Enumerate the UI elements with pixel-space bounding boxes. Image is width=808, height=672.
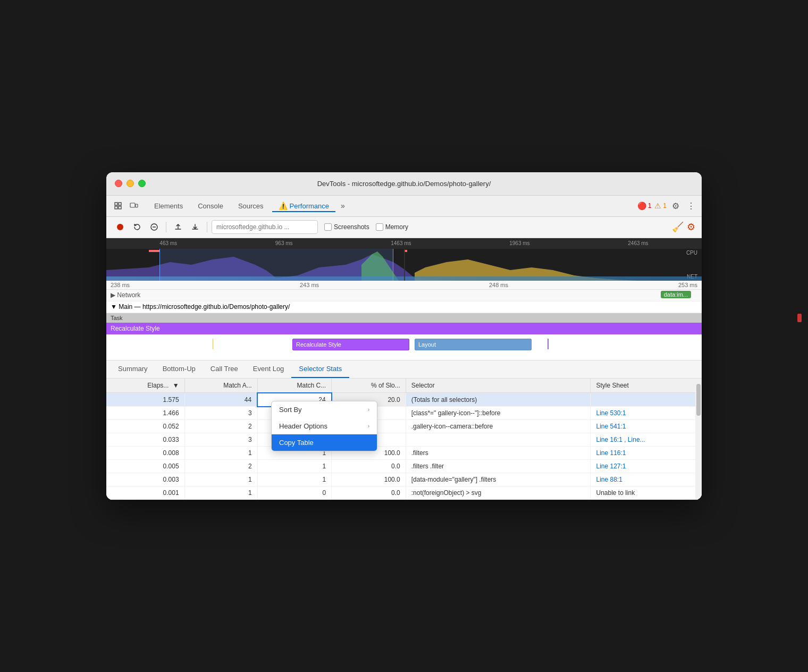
cell-stylesheet-3: Line 16:1 , Line... [591,433,702,447]
stylesheet-link-2[interactable]: Line 541:1 [596,423,626,430]
cpu-label: CPU [686,250,697,256]
tab-event-log[interactable]: Event Log [246,360,292,378]
close-button[interactable] [115,180,122,187]
ruler-mark-5: 2463 ms [628,240,648,246]
tab-more[interactable]: » [338,199,348,212]
bottom-panel: Summary Bottom-Up Call Tree Event Log Se… [106,360,702,500]
clear-recordings-icon[interactable]: 🧹 [672,221,684,233]
minimize-button[interactable] [127,180,134,187]
ruler-mark-4: 1963 ms [509,240,529,246]
error-badge: 🔴 1 [637,201,652,210]
sort-arrow-icon: ▼ [173,382,179,389]
cell-match-a-2: 2 [184,420,257,433]
inspect-icon[interactable] [111,198,125,213]
performance-warning-icon: ⚠️ [279,201,288,210]
clear-button[interactable] [147,220,162,234]
cell-elapsed-4: 0.008 [106,447,184,460]
col-stylesheet[interactable]: Style Sheet [591,379,702,393]
memory-checkbox-box[interactable] [376,223,383,231]
stylesheet-link-6[interactable]: Line 88:1 [596,476,622,483]
tab-summary[interactable]: Summary [111,360,155,378]
tab-right-icons: 🔴 1 ⚠ 1 ⚙ ⋮ [637,200,697,212]
record-button[interactable] [113,220,128,234]
svg-rect-4 [130,203,135,207]
col-pct[interactable]: % of Slo... [332,379,406,393]
selector-stats-table: Elaps... ▼ Match A... Match C... % of Sl… [106,379,702,500]
stylesheet-link-1[interactable]: Line 530:1 [596,409,626,417]
screenshots-checkbox-box[interactable] [324,223,332,231]
svg-rect-0 [115,203,117,205]
svg-rect-3 [119,206,121,209]
table-row: 0.005 2 1 0.0 .filters .filter Line 127:… [106,460,702,473]
tab-console[interactable]: Console [191,200,230,212]
cell-elapsed-1: 1.466 [106,407,184,420]
cell-match-a-5: 2 [184,460,257,473]
context-menu: Sort By › Header Options › Copy Table [271,401,377,451]
context-menu-header-options[interactable]: Header Options › [272,418,377,434]
scrollbar-thumb[interactable] [696,384,701,416]
layout-block[interactable]: Layout [415,339,532,350]
tab-bottom-up[interactable]: Bottom-Up [155,360,203,378]
detail-mark-4: 253 ms [678,282,697,288]
tab-sources[interactable]: Sources [232,200,270,212]
bottom-tabs: Summary Bottom-Up Call Tree Event Log Se… [106,360,702,379]
cell-match-a-6: 1 [184,473,257,486]
cell-selector-3 [406,433,591,447]
stylesheet-link-3[interactable]: Line 16:1 , Line... [596,436,645,443]
tab-icons [111,198,141,213]
devtools-window: DevTools - microsoftedge.github.io/Demos… [106,172,702,500]
table-row: 0.001 1 0 0.0 :not(foreignObject) > svg … [106,486,702,500]
screenshots-checkbox[interactable]: Screenshots [324,223,369,231]
tab-selector-stats[interactable]: Selector Stats [291,360,349,378]
url-input[interactable] [212,220,318,234]
stylesheet-link-4[interactable]: Line 116:1 [596,449,626,457]
titlebar: DevTools - microsoftedge.github.io/Demos… [106,172,702,196]
maximize-button[interactable] [138,180,146,187]
cell-elapsed-6: 0.003 [106,473,184,486]
recalculate-block[interactable]: Recalculate Style [292,339,409,350]
cell-selector-0: (Totals for all selectors) [406,393,591,407]
tab-call-tree[interactable]: Call Tree [203,360,246,378]
tabbar: Elements Console Sources ⚠️ Performance … [106,196,702,217]
upload-button[interactable] [171,220,186,234]
scrollbar-track[interactable] [695,379,702,500]
cell-match-a-1: 3 [184,407,257,420]
col-selector[interactable]: Selector [406,379,591,393]
cell-stylesheet-1: Line 530:1 [591,407,702,420]
cell-stylesheet-7: Unable to link [591,486,702,500]
tab-elements[interactable]: Elements [148,200,189,212]
cell-pct-5: 0.0 [332,460,406,473]
more-button[interactable]: ⋮ [685,200,697,212]
performance-settings-icon[interactable]: ⚙ [687,221,695,233]
cell-selector-4: .filters [406,447,591,460]
table-row: 0.008 1 1 100.0 .filters Line 116:1 [106,447,702,460]
cell-stylesheet-0 [591,393,702,407]
data-badge: data:im... [661,291,691,298]
col-elapsed[interactable]: Elaps... ▼ [106,379,184,393]
detail-mark-1: 238 ms [111,282,130,288]
toolbar-right: 🧹 ⚙ [672,221,695,233]
recalculate-row: Recalculate Style [106,323,702,334]
cell-match-c-7: 0 [257,486,332,500]
tab-performance[interactable]: ⚠️ Performance [272,199,335,212]
cell-match-a-4: 1 [184,447,257,460]
detail-mark-2: 243 ms [300,282,319,288]
context-menu-copy-table[interactable]: Copy Table [272,434,377,451]
cell-pct-7: 0.0 [332,486,406,500]
chevron-right-icon-2: › [368,423,369,429]
task-label: Task [111,315,123,321]
context-menu-sort-by[interactable]: Sort By › [272,401,377,418]
recalculate-label: Recalculate Style [111,325,160,332]
error-icon: 🔴 [637,201,646,210]
settings-button[interactable]: ⚙ [670,200,681,212]
device-icon[interactable] [127,198,141,213]
col-match-c[interactable]: Match C... [257,379,332,393]
cell-elapsed-7: 0.001 [106,486,184,500]
col-match-a[interactable]: Match A... [184,379,257,393]
reload-button[interactable] [130,220,145,234]
memory-checkbox[interactable]: Memory [376,223,408,231]
stylesheet-link-5[interactable]: Line 127:1 [596,463,626,470]
download-button[interactable] [188,220,203,234]
cell-pct-6: 100.0 [332,473,406,486]
warning-icon: ⚠ [654,201,661,210]
